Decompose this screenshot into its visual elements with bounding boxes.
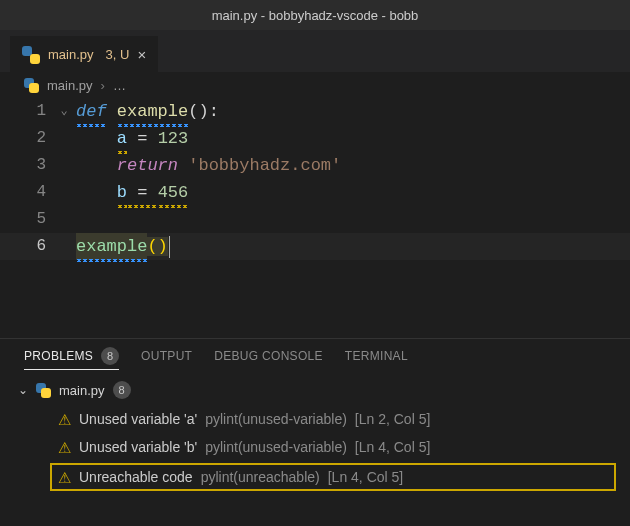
tab-debug-console[interactable]: DEBUG CONSOLE [214,349,323,363]
editor-tabs: main.py 3, U × [0,30,630,72]
warning-icon: ⚠ [58,440,71,455]
problem-message: Unused variable 'a' [79,411,197,427]
code-line[interactable]: 1 ⌄ def example(): [24,98,630,125]
fold-gutter[interactable]: ⌄ [52,98,76,125]
problem-source: pylint(unused-variable) [205,411,347,427]
tab-modified-suffix: 3, U [106,47,130,62]
line-number: 5 [24,206,52,233]
problem-source: pylint(unreachable) [201,469,320,485]
tab-problems[interactable]: PROBLEMS 8 [24,347,119,370]
warning-icon: ⚠ [58,412,71,427]
tab-close-icon[interactable]: × [137,46,146,63]
code-content: def example(): [76,98,219,125]
line-number: 6 [24,233,52,260]
code-content: example() [76,233,170,260]
code-line[interactable]: 6 example() [24,233,630,260]
problem-location: [Ln 4, Col 5] [328,469,404,485]
tab-filename: main.py [48,47,94,62]
line-number: 2 [24,125,52,152]
window-title: main.py - bobbyhadz-vscode - bobb [212,8,419,23]
problem-item[interactable]: ⚠ Unused variable 'b' pylint(unused-vari… [14,433,622,461]
problems-list: ⌄ main.py 8 ⚠ Unused variable 'a' pylint… [0,375,630,491]
panel-tabs: PROBLEMS 8 OUTPUT DEBUG CONSOLE TERMINAL [0,339,630,375]
problem-location: [Ln 2, Col 5] [355,411,431,427]
python-file-icon [36,383,51,398]
problem-item[interactable]: ⚠ Unreachable code pylint(unreachable) [… [50,463,616,491]
window-titlebar: main.py - bobbyhadz-vscode - bobb [0,0,630,30]
tab-label: PROBLEMS [24,349,93,363]
code-editor[interactable]: 1 ⌄ def example(): 2 a = 123 3 return 'b… [0,98,630,260]
problem-source: pylint(unused-variable) [205,439,347,455]
file-problems-count-badge: 8 [113,381,131,399]
code-line[interactable]: 3 return 'bobbyhadz.com' [24,152,630,179]
breadcrumb-more: … [113,78,126,93]
problem-message: Unused variable 'b' [79,439,197,455]
breadcrumb[interactable]: main.py › … [0,72,630,98]
chevron-down-icon: ⌄ [18,383,28,397]
problem-item[interactable]: ⚠ Unused variable 'a' pylint(unused-vari… [14,405,622,433]
warning-icon: ⚠ [58,470,71,485]
bottom-panel: PROBLEMS 8 OUTPUT DEBUG CONSOLE TERMINAL… [0,338,630,526]
tab-terminal[interactable]: TERMINAL [345,349,408,363]
python-file-icon [24,78,39,93]
problems-file-group[interactable]: ⌄ main.py 8 [14,375,622,405]
python-file-icon [22,46,40,64]
code-content: return 'bobbyhadz.com' [76,152,341,179]
chevron-down-icon: ⌄ [60,98,67,125]
problem-message: Unreachable code [79,469,193,485]
code-line[interactable]: 4 b = 456 [24,179,630,206]
code-line[interactable]: 2 a = 123 [24,125,630,152]
breadcrumb-separator: › [101,78,105,93]
text-cursor [169,236,170,258]
problems-file-name: main.py [59,383,105,398]
code-content: b = 456 [76,179,188,206]
code-line[interactable]: 5 [24,206,630,233]
problems-count-badge: 8 [101,347,119,365]
tab-output[interactable]: OUTPUT [141,349,192,363]
problem-location: [Ln 4, Col 5] [355,439,431,455]
line-number: 3 [24,152,52,179]
line-number: 1 [24,98,52,125]
line-number: 4 [24,179,52,206]
code-content: a = 123 [76,125,188,152]
breadcrumb-file: main.py [47,78,93,93]
tab-main-py[interactable]: main.py 3, U × [10,36,158,72]
